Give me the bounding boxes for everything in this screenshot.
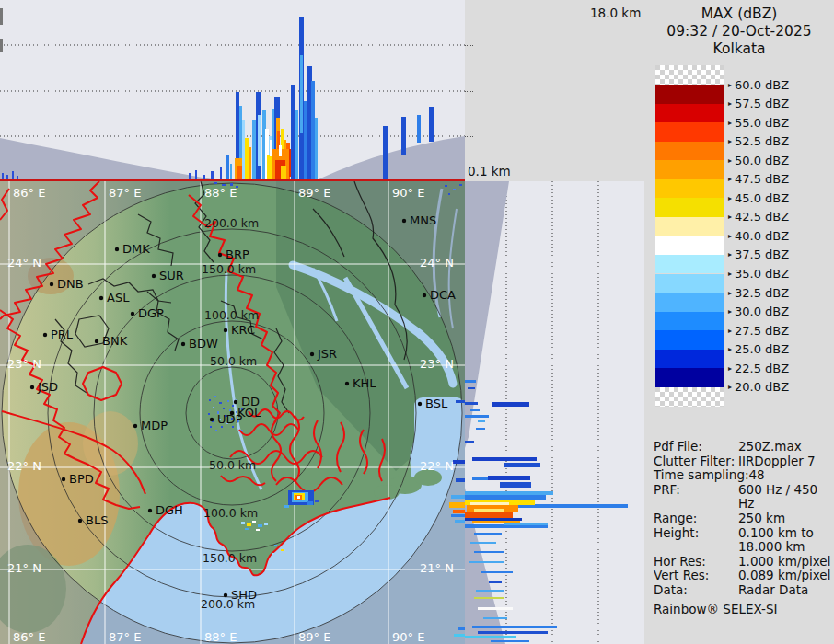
echo-pixel bbox=[232, 426, 234, 428]
station-label: JSR bbox=[317, 347, 337, 361]
tick-arrow-icon: ▸ bbox=[728, 99, 732, 108]
tick-arrow-icon: ▸ bbox=[728, 156, 732, 165]
echo-pixel bbox=[258, 524, 262, 527]
height-axis-min-label: 0.1 km bbox=[468, 164, 511, 178]
legend-color-swatch bbox=[655, 198, 724, 217]
legend-color-swatch bbox=[655, 142, 724, 161]
echo-pixel bbox=[284, 505, 289, 508]
station-dot bbox=[224, 328, 227, 332]
echo-bar bbox=[304, 101, 307, 181]
echo-bar bbox=[311, 81, 315, 181]
tick-arrow-icon: ▸ bbox=[728, 289, 732, 297]
echo-pixel bbox=[451, 495, 465, 499]
legend-color-swatch bbox=[655, 179, 724, 199]
station-dot bbox=[43, 333, 47, 337]
legend-threshold-label: ▸27.5 dBZ bbox=[728, 324, 789, 338]
echo-bar bbox=[300, 55, 303, 133]
graticule-label: 87° E bbox=[109, 186, 141, 200]
radar-map-panel[interactable]: 50.0 km100.0 km150.0 km200.0 km50.0 km10… bbox=[0, 181, 465, 644]
tick-arrow-icon: ▸ bbox=[728, 232, 732, 240]
echo-bar bbox=[474, 597, 504, 599]
graticule-label: 21° N bbox=[420, 561, 454, 575]
echo-bar bbox=[492, 402, 529, 407]
graticule-label: 86° E bbox=[13, 186, 45, 200]
legend-threshold-label: ▸47.5 dBZ bbox=[728, 172, 789, 186]
radar-map[interactable]: 50.0 km100.0 km150.0 km200.0 km50.0 km10… bbox=[0, 181, 465, 644]
legend-panel: MAX (dBZ) 09:32 / 20-Oct-2025 Kolkata ▸6… bbox=[644, 0, 834, 644]
echo-bar bbox=[478, 631, 548, 634]
product-info-table: Pdf File:250Z.maxClutter Filter:IIRDoppl… bbox=[654, 440, 834, 598]
echo-pixel bbox=[454, 634, 465, 637]
graticule-label: 90° E bbox=[392, 186, 424, 200]
graticule-label: 23° N bbox=[7, 357, 41, 371]
info-row: Vert Res:0.089 km/pixel bbox=[654, 569, 834, 583]
station-label: BSL bbox=[425, 397, 448, 410]
echo-pixel bbox=[315, 500, 319, 502]
station-label: UDP bbox=[217, 412, 243, 426]
echo-bar bbox=[465, 512, 513, 518]
info-value: 0.100 km to bbox=[738, 526, 814, 541]
echo-pixel bbox=[272, 553, 274, 555]
graticule-label: 90° E bbox=[392, 630, 424, 644]
legend-threshold-label: ▸60.0 dBZ bbox=[728, 78, 789, 92]
echo-bar bbox=[267, 155, 272, 181]
tick-arrow-icon: ▸ bbox=[728, 307, 732, 316]
info-value: IIRDoppler 7 bbox=[738, 454, 816, 469]
station-label: PRL bbox=[51, 328, 74, 341]
echo-bar bbox=[504, 523, 548, 525]
echo-pixel bbox=[219, 402, 222, 404]
tick-arrow-icon: ▸ bbox=[728, 81, 732, 89]
echo-bar bbox=[220, 167, 222, 181]
echo-pixel bbox=[214, 182, 217, 184]
echo-pixel bbox=[223, 408, 225, 409]
info-row: Height:0.100 km to bbox=[654, 526, 834, 541]
info-value: Radar Data bbox=[738, 583, 808, 598]
echo-pixel bbox=[227, 400, 229, 402]
info-row: Time sampling:48 bbox=[654, 468, 834, 483]
echo-bar bbox=[429, 107, 434, 142]
info-label: Hor Res: bbox=[654, 555, 738, 569]
top-profile-plot bbox=[0, 0, 465, 181]
station-label: BNK bbox=[102, 334, 128, 348]
echo-bar bbox=[488, 476, 530, 480]
tick-arrow-icon: ▸ bbox=[728, 383, 732, 391]
echo-pixel bbox=[245, 528, 249, 530]
echo-bar bbox=[383, 126, 388, 181]
side-profile-plot bbox=[465, 181, 644, 644]
echo-bar bbox=[469, 561, 504, 563]
station-dot bbox=[218, 253, 222, 257]
echo-pixel bbox=[274, 545, 277, 546]
legend-overflow-swatch bbox=[655, 65, 724, 85]
legend-color-swatch bbox=[655, 85, 724, 104]
echo-bar bbox=[468, 387, 475, 389]
station-dot bbox=[50, 282, 53, 286]
graticule-label: 21° N bbox=[7, 561, 41, 575]
echo-pixel bbox=[448, 193, 450, 195]
echo-bar bbox=[504, 463, 540, 467]
echo-bar bbox=[481, 571, 513, 573]
product-title: MAX (dBZ) bbox=[644, 6, 834, 23]
echo-pixel bbox=[241, 430, 243, 431]
station-label: SUR bbox=[159, 269, 184, 282]
echo-pixel bbox=[214, 396, 216, 397]
info-row: 18.000 km bbox=[654, 540, 834, 555]
gridline-tick bbox=[465, 91, 473, 92]
echo-bar bbox=[258, 115, 261, 166]
echo-bar bbox=[230, 164, 232, 181]
legend-threshold-label: ▸45.0 dBZ bbox=[728, 191, 789, 205]
station-label: ASL bbox=[107, 291, 130, 305]
graticule-label: 23° N bbox=[420, 357, 454, 371]
station-label: KRC bbox=[231, 323, 255, 337]
echo-bar bbox=[465, 491, 553, 495]
echo-bar bbox=[465, 441, 474, 443]
station-dot bbox=[115, 247, 119, 251]
echo-pixel bbox=[256, 529, 260, 531]
gridline-tick bbox=[465, 136, 473, 137]
station-label: KHL bbox=[353, 376, 376, 390]
graticule-label: 22° N bbox=[7, 459, 41, 473]
legend-threshold-label: ▸35.0 dBZ bbox=[728, 267, 789, 281]
scan-datetime: 09:32 / 20-Oct-2025 bbox=[644, 23, 834, 40]
station-dot bbox=[30, 385, 34, 389]
tick-arrow-icon: ▸ bbox=[728, 175, 732, 183]
tick-arrow-icon: ▸ bbox=[728, 119, 732, 127]
